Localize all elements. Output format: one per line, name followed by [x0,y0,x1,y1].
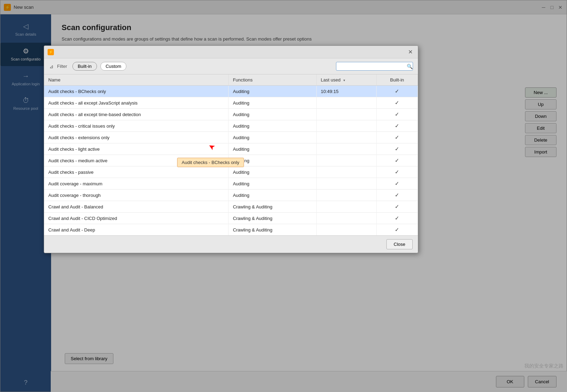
row-functions: Auditing [229,109,316,120]
row-last-used: 10:49:15 [316,86,376,97]
row-builtin: ✓ [376,201,418,213]
col-header-builtin[interactable]: Built-in [376,74,418,86]
row-builtin: ✓ [376,155,418,166]
row-builtin: ✓ [376,166,418,178]
row-builtin: ✓ [376,132,418,143]
row-last-used [316,201,376,213]
row-last-used [316,97,376,109]
row-functions: Crawling & Auditing [229,213,316,224]
row-builtin: ✓ [376,86,418,97]
row-name: Crawl and Audit - Deep [44,224,229,236]
row-functions: Crawling & Auditing [229,201,316,213]
row-builtin: ✓ [376,97,418,109]
row-name: Audit checks - BChecks only [44,86,229,97]
row-name: Crawl and Audit - Balanced [44,201,229,213]
builtin-filter-button[interactable]: Built-in [72,62,97,71]
row-builtin: ✓ [376,213,418,224]
table-row[interactable]: Audit checks - all except time-based det… [44,109,418,120]
row-name: Audit checks - passive [44,166,229,178]
row-last-used [316,178,376,190]
modal-table-container[interactable]: Name Functions Last used ▾ Built-in Audi… [44,74,418,235]
table-row[interactable]: Audit checks - medium activeAuditing✓ [44,155,418,166]
row-last-used [316,143,376,155]
row-last-used [316,213,376,224]
row-name: Audit checks - all except JavaScript ana… [44,97,229,109]
row-name: Audit checks - extensions only [44,132,229,143]
row-last-used [316,224,376,236]
row-functions: Crawling & Auditing [229,224,316,236]
row-name: Crawl and Audit - CICD Optimized [44,213,229,224]
row-builtin: ✓ [376,190,418,201]
table-row[interactable]: Audit coverage - maximumAuditing✓ [44,178,418,190]
row-builtin: ✓ [376,109,418,120]
table-row[interactable]: Audit checks - all except JavaScript ana… [44,97,418,109]
row-builtin: ✓ [376,120,418,132]
table-row[interactable]: Audit checks - light activeAuditing✓ [44,143,418,155]
search-icon: 🔍 [407,64,413,69]
row-name: Audit checks - critical issues only [44,120,229,132]
filter-label: Filter [57,64,67,69]
row-functions: Auditing [229,166,316,178]
modal-dialog: ⚡ ✕ ⊿ Filter Built-in Custom 🔍 Name F [44,45,418,253]
row-functions: Auditing [229,155,316,166]
modal-toolbar: ⊿ Filter Built-in Custom 🔍 [44,58,418,74]
table-row[interactable]: Audit checks - critical issues onlyAudit… [44,120,418,132]
table-row[interactable]: Audit checks - extensions onlyAuditing✓ [44,132,418,143]
modal-overlay: ⚡ ✕ ⊿ Filter Built-in Custom 🔍 Name F [0,0,567,392]
row-functions: Auditing [229,178,316,190]
row-functions: Auditing [229,97,316,109]
table-row[interactable]: Crawl and Audit - DeepCrawling & Auditin… [44,224,418,236]
modal-icon: ⚡ [48,49,54,55]
search-input[interactable] [336,62,413,71]
col-header-last-used[interactable]: Last used ▾ [316,74,376,86]
row-last-used [316,155,376,166]
row-last-used [316,190,376,201]
modal-bottom: Close [44,235,418,253]
row-builtin: ✓ [376,224,418,236]
config-table: Name Functions Last used ▾ Built-in Audi… [44,74,418,235]
sort-arrow: ▾ [343,78,345,82]
row-last-used [316,120,376,132]
filter-icon: ⊿ [49,64,54,69]
modal-title-bar: ⚡ ✕ [44,46,418,58]
table-row[interactable]: Audit checks - passiveAuditing✓ [44,166,418,178]
row-functions: Auditing [229,143,316,155]
row-name: Audit coverage - thorough [44,190,229,201]
row-last-used [316,166,376,178]
row-builtin: ✓ [376,178,418,190]
row-builtin: ✓ [376,143,418,155]
row-name: Audit checks - light active [44,143,229,155]
table-row[interactable]: Audit checks - BChecks onlyAuditing10:49… [44,86,418,97]
modal-close-button[interactable]: ✕ [406,48,414,56]
main-window: ⚡ New scan ─ □ ✕ ◁ Scan details ⚙ Scan c… [0,0,567,392]
col-header-functions[interactable]: Functions [229,74,316,86]
table-row[interactable]: Crawl and Audit - BalancedCrawling & Aud… [44,201,418,213]
row-functions: Auditing [229,190,316,201]
col-header-name[interactable]: Name [44,74,229,86]
row-functions: Auditing [229,120,316,132]
row-functions: Auditing [229,86,316,97]
row-last-used [316,132,376,143]
table-row[interactable]: Crawl and Audit - CICD OptimizedCrawling… [44,213,418,224]
row-name: Audit checks - all except time-based det… [44,109,229,120]
custom-filter-button[interactable]: Custom [100,62,127,71]
table-row[interactable]: Audit coverage - thoroughAuditing✓ [44,190,418,201]
modal-close-btn[interactable]: Close [386,239,413,249]
row-last-used [316,109,376,120]
row-functions: Auditing [229,132,316,143]
row-name: Audit checks - medium active [44,155,229,166]
row-name: Audit coverage - maximum [44,178,229,190]
